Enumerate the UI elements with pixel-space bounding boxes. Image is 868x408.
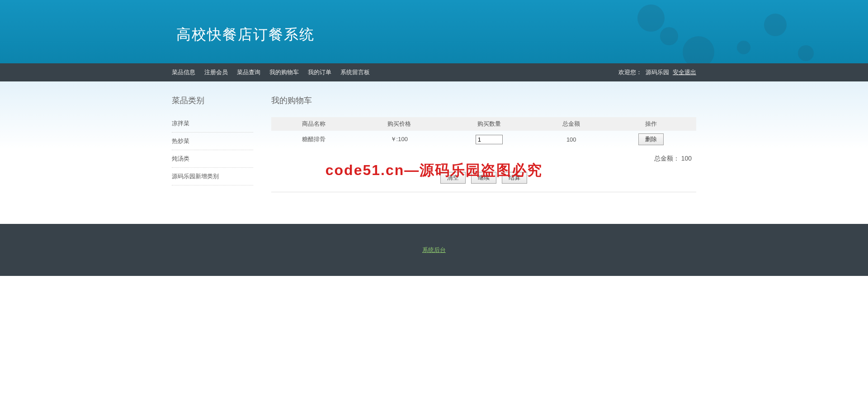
page-footer: 系统后台 [0, 224, 868, 276]
total-label: 总金额： [654, 155, 679, 162]
nav-orders[interactable]: 我的订单 [308, 63, 331, 81]
checkout-button[interactable]: 结算 [502, 172, 527, 184]
sidebar-item-cold[interactable]: 凉拌菜 [172, 115, 253, 133]
content-title: 我的购物车 [271, 95, 696, 106]
nav-dishes[interactable]: 菜品信息 [172, 63, 195, 81]
delete-button[interactable]: 删除 [638, 133, 664, 145]
nav-cart[interactable]: 我的购物车 [269, 63, 299, 81]
decorative-splash [798, 45, 814, 61]
header-action: 操作 [606, 117, 696, 131]
header-qty: 购买数量 [442, 117, 536, 131]
item-price: ￥:100 [357, 131, 442, 148]
action-buttons: 清空 继续 结算 [271, 167, 696, 188]
header-price: 购买价格 [357, 117, 442, 131]
nav-search[interactable]: 菜品查询 [237, 63, 260, 81]
quantity-input[interactable] [476, 135, 503, 144]
welcome-label: 欢迎您： [618, 68, 642, 76]
item-name: 糖醋排骨 [271, 131, 357, 148]
sidebar-item-hot[interactable]: 热炒菜 [172, 133, 253, 150]
item-action-cell: 删除 [606, 131, 696, 148]
category-sidebar: 菜品类别 凉拌菜 热炒菜 炖汤类 源码乐园新增类别 [172, 95, 253, 192]
total-value: 100 [681, 155, 692, 162]
decorative-splash [737, 41, 750, 54]
main-content-area: 菜品类别 凉拌菜 热炒菜 炖汤类 源码乐园新增类别 我的购物车 商品名称 购买价… [0, 81, 868, 224]
item-amount: 100 [537, 131, 606, 148]
site-title: 高校快餐店订餐系统 [172, 0, 696, 45]
user-info: 欢迎您： 源码乐园 安全退出 [618, 68, 696, 76]
header-amount: 总金额 [537, 117, 606, 131]
item-qty-cell [442, 131, 536, 148]
sidebar-item-soup[interactable]: 炖汤类 [172, 150, 253, 168]
header-name: 商品名称 [271, 117, 357, 131]
sidebar-item-new[interactable]: 源码乐园新增类别 [172, 168, 253, 185]
nav-register[interactable]: 注册会员 [204, 63, 228, 81]
admin-link[interactable]: 系统后台 [422, 246, 446, 254]
username: 源码乐园 [646, 68, 669, 76]
main-navbar: 菜品信息 注册会员 菜品查询 我的购物车 我的订单 系统留言板 欢迎您： 源码乐… [0, 63, 868, 81]
decorative-splash [764, 14, 787, 36]
nav-menu: 菜品信息 注册会员 菜品查询 我的购物车 我的订单 系统留言板 [172, 63, 370, 81]
continue-button[interactable]: 继续 [471, 172, 496, 184]
sidebar-title: 菜品类别 [172, 95, 253, 106]
table-row: 糖醋排骨 ￥:100 100 删除 [271, 131, 696, 148]
cart-table: 商品名称 购买价格 购买数量 总金额 操作 糖醋排骨 ￥:100 10 [271, 117, 696, 148]
page-header: 高校快餐店订餐系统 [0, 0, 868, 63]
total-row: 总金额： 100 [271, 148, 696, 167]
logout-link[interactable]: 安全退出 [673, 68, 696, 76]
nav-messages[interactable]: 系统留言板 [340, 63, 370, 81]
divider [271, 192, 696, 192]
cart-content: 我的购物车 商品名称 购买价格 购买数量 总金额 操作 糖醋排骨 ￥:100 [271, 95, 696, 192]
clear-button[interactable]: 清空 [440, 172, 466, 184]
